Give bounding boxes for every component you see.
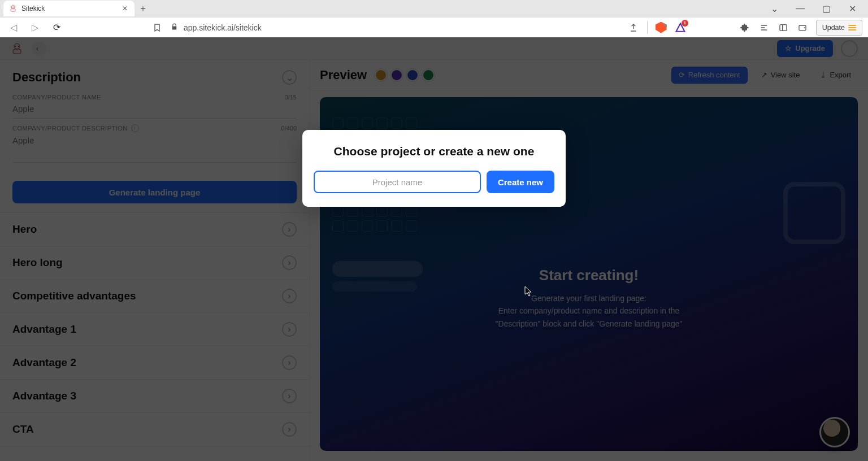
bookmark-icon[interactable] [149,20,165,36]
toolbar-right: 2 1 Update [628,20,862,36]
window-dropdown-icon[interactable]: ⌄ [762,1,787,16]
window-controls: ⌄ ― ▢ ✕ [762,1,868,16]
update-button[interactable]: Update [816,20,862,36]
window-maximize-icon[interactable]: ▢ [814,1,839,16]
browser-chrome: Sitekick ✕ ＋ ⌄ ― ▢ ✕ ◁ ▷ ⟳ app.sitekick.… [0,0,868,37]
tab-bar: Sitekick ✕ ＋ ⌄ ― ▢ ✕ [0,0,868,17]
project-name-input[interactable] [314,171,481,193]
nav-back-icon[interactable]: ◁ [6,20,21,36]
brave-shield-icon[interactable]: 2 [656,22,667,33]
share-icon[interactable] [628,22,639,33]
toolbar-separator [647,21,648,34]
modal-title: Choose project or create a new one [314,145,554,158]
svg-rect-1 [11,9,15,12]
create-new-button[interactable]: Create new [487,171,554,193]
svg-point-2 [12,7,12,7]
sitekick-favicon-icon [9,5,17,12]
tab-title: Sitekick [21,5,116,12]
shield-count-badge: 2 [663,20,670,27]
window-minimize-icon[interactable]: ― [788,1,813,16]
sidepanel-icon[interactable] [778,22,789,33]
nav-reload-icon[interactable]: ⟳ [49,20,64,36]
rewards-badge: 1 [682,20,688,27]
lock-icon [171,23,178,32]
hamburger-icon [848,25,856,31]
window-close-icon[interactable]: ✕ [840,1,865,16]
modal-overlay[interactable] [0,37,868,461]
create-new-label: Create new [498,177,543,187]
url-text: app.sitekick.ai/sitekick [184,23,262,32]
browser-tab[interactable]: Sitekick ✕ [3,1,134,16]
nav-forward-icon: ▷ [27,20,43,36]
update-label: Update [822,24,845,32]
new-tab-button[interactable]: ＋ [134,0,151,17]
address-bar: ◁ ▷ ⟳ app.sitekick.ai/sitekick 2 1 [0,17,868,37]
svg-point-3 [14,7,14,7]
wallet-icon[interactable] [797,22,808,33]
extensions-icon[interactable] [739,22,750,33]
reading-list-icon[interactable] [758,22,770,33]
project-modal: Choose project or create a new one Creat… [302,130,566,207]
tab-close-icon[interactable]: ✕ [121,5,129,12]
brave-rewards-icon[interactable]: 1 [675,22,686,33]
svg-rect-5 [780,24,787,31]
app-shell: ‹ ☆ Upgrade Description ⌄ COMPANY/PRODUC… [0,37,868,461]
url-box[interactable]: app.sitekick.ai/sitekick [171,23,622,32]
